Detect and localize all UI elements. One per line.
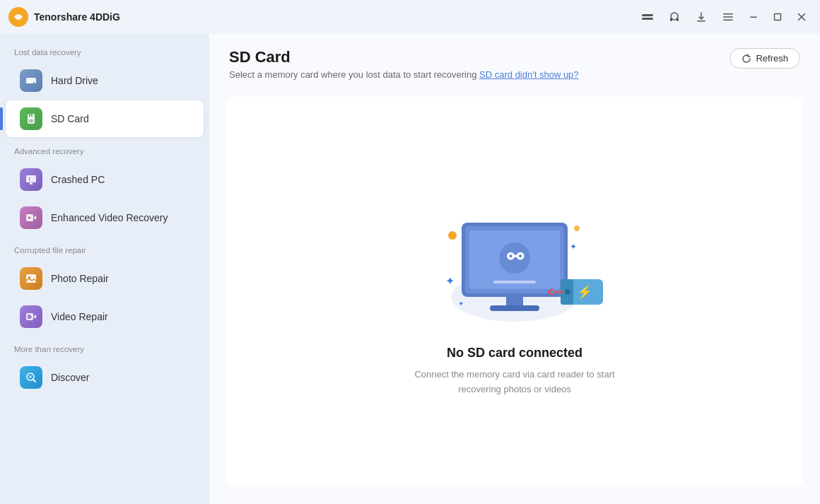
maximize-button[interactable] (768, 7, 787, 27)
download-icon-button[interactable] (690, 6, 713, 28)
svg-rect-21 (26, 175, 36, 182)
svg-rect-9 (723, 20, 733, 21)
svg-rect-18 (29, 114, 30, 117)
svg-rect-44 (506, 297, 523, 305)
svg-rect-45 (490, 305, 539, 311)
svg-rect-46 (493, 281, 536, 283)
svg-marker-26 (33, 216, 36, 220)
headset-icon-button[interactable] (663, 6, 686, 28)
svg-text:✦: ✦ (445, 275, 455, 287)
sidebar: Lost data recovery Hard Drive SD (0, 34, 209, 504)
svg-rect-15 (26, 81, 36, 83)
menu-icon (722, 11, 734, 23)
svg-text:✦: ✦ (570, 242, 577, 252)
svg-rect-1 (642, 14, 653, 16)
sidebar-item-sd-card-label: SD Card (51, 113, 89, 124)
svg-text:✦: ✦ (458, 300, 464, 307)
refresh-icon (742, 54, 751, 64)
svg-marker-31 (33, 315, 36, 319)
sd-card-svg: SD (25, 112, 37, 125)
svg-text:SD: SD (29, 119, 34, 123)
page-subtitle: Select a memory card where you lost data… (229, 69, 579, 80)
discover-svg (25, 371, 37, 384)
app-title: Tenorshare 4DDiG (34, 11, 120, 23)
photo-repair-icon (20, 267, 42, 290)
toggle-icon-button[interactable] (636, 6, 659, 28)
menu-icon-button[interactable] (717, 6, 739, 28)
minimize-button[interactable] (744, 7, 763, 27)
close-icon (797, 13, 806, 21)
drive-area: ⚯ ⚡ (226, 97, 803, 487)
video-repair-icon (20, 305, 42, 328)
page-title: SD Card (229, 48, 579, 66)
crashed-pc-icon: ! (20, 168, 42, 191)
empty-state-description: Connect the memory card via card reader … (402, 368, 628, 397)
svg-text:⚯: ⚯ (507, 246, 525, 268)
enhanced-video-icon (20, 206, 42, 229)
titlebar-left: Tenorshare 4DDiG (8, 7, 120, 27)
sidebar-item-crashed-pc-label: Crashed PC (51, 174, 105, 185)
svg-point-29 (28, 276, 30, 279)
video-repair-svg (25, 310, 37, 323)
sidebar-item-photo-repair-label: Photo Repair (51, 273, 109, 284)
section-label-corrupted-repair: Corrupted file repair (0, 238, 209, 259)
app-logo-icon (8, 7, 28, 27)
sidebar-item-sd-card[interactable]: SD SD Card (6, 100, 204, 137)
sidebar-item-enhanced-video[interactable]: Enhanced Video Recovery (6, 199, 204, 236)
close-button[interactable] (792, 7, 812, 27)
svg-rect-11 (775, 14, 781, 20)
svg-point-52 (448, 231, 457, 240)
svg-rect-4 (670, 18, 672, 21)
svg-point-49 (565, 289, 570, 295)
crashed-pc-svg: ! (25, 173, 37, 186)
sidebar-item-video-repair-label: Video Repair (51, 311, 108, 322)
toggle-icon (641, 11, 654, 23)
sd-card-link[interactable]: SD card didn't show up? (479, 69, 579, 80)
sidebar-item-crashed-pc[interactable]: ! Crashed PC (6, 161, 204, 198)
section-label-lost-data: Lost data recovery (0, 40, 209, 61)
empty-state-title: No SD card connected (447, 346, 582, 361)
svg-rect-6 (697, 20, 705, 22)
sidebar-item-video-repair[interactable]: Video Repair (6, 298, 204, 335)
svg-text:!: ! (29, 177, 30, 182)
svg-rect-10 (750, 17, 757, 18)
content-header-text: SD Card Select a memory card where you l… (229, 48, 579, 80)
svg-rect-7 (723, 13, 733, 15)
sidebar-item-hard-drive[interactable]: Hard Drive (6, 62, 204, 99)
hard-drive-icon (20, 69, 42, 92)
titlebar-right (636, 6, 812, 28)
sd-card-icon: SD (20, 107, 42, 130)
titlebar: Tenorshare 4DDiG (0, 0, 820, 34)
content-body: ⚯ ⚡ (209, 88, 820, 504)
photo-repair-svg (25, 272, 37, 285)
sidebar-item-photo-repair[interactable]: Photo Repair (6, 260, 204, 297)
sidebar-item-enhanced-video-label: Enhanced Video Recovery (51, 212, 168, 223)
enhanced-video-svg (25, 211, 37, 224)
sidebar-item-discover[interactable]: Discover (6, 359, 204, 396)
svg-line-36 (33, 380, 36, 382)
content-header: SD Card Select a memory card where you l… (209, 34, 820, 88)
section-label-advanced-recovery: Advanced recovery (0, 139, 209, 160)
sidebar-item-hard-drive-label: Hard Drive (51, 75, 98, 86)
svg-point-37 (29, 375, 32, 378)
refresh-button[interactable]: Refresh (730, 48, 800, 69)
refresh-label: Refresh (756, 53, 788, 64)
headset-icon (668, 11, 681, 23)
svg-point-53 (574, 225, 580, 231)
svg-text:⚡: ⚡ (577, 284, 593, 300)
svg-rect-5 (676, 18, 679, 21)
svg-rect-2 (642, 18, 653, 20)
hard-drive-svg (25, 74, 37, 87)
svg-rect-19 (31, 114, 33, 117)
svg-rect-8 (723, 16, 733, 18)
sidebar-item-discover-label: Discover (51, 372, 89, 383)
subtitle-text: Select a memory card where you lost data… (229, 69, 476, 80)
section-label-more-than-recovery: More than recovery (0, 336, 209, 358)
maximize-icon (773, 13, 782, 21)
svg-rect-28 (26, 274, 36, 283)
main-layout: Lost data recovery Hard Drive SD (0, 34, 820, 504)
minimize-icon (749, 13, 758, 21)
discover-icon (20, 366, 42, 389)
empty-illustration: ⚯ ⚡ (416, 187, 614, 329)
no-sd-card-illustration: ⚯ ⚡ (416, 187, 614, 329)
